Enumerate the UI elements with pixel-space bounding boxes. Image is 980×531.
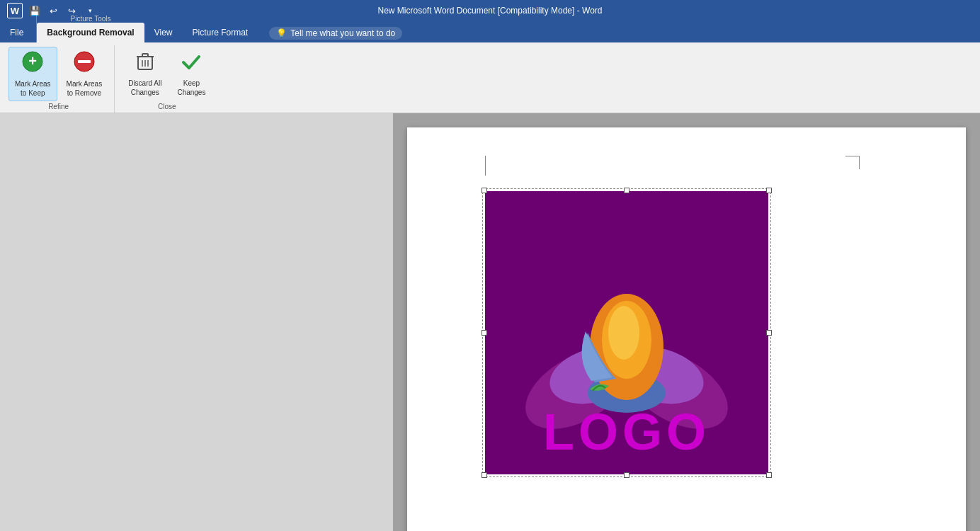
svg-rect-6: [142, 54, 148, 57]
svg-text:+: +: [28, 53, 37, 69]
image-container[interactable]: LOGO: [485, 191, 768, 474]
mark-keep-label: Mark Areas to Keep: [15, 79, 51, 98]
ribbon-group-close: Discard All Changes Keep Changes Close: [116, 45, 217, 113]
mark-remove-icon: [73, 50, 96, 79]
handle-bl[interactable]: [482, 472, 487, 478]
ribbon-group-close-content: Discard All Changes Keep Changes: [122, 45, 212, 103]
discard-icon: [135, 51, 155, 78]
tell-me-input[interactable]: 💡 Tell me what you want to do: [269, 27, 402, 40]
crop-indicator-tr: [845, 156, 860, 169]
picture-tools-label: Picture Tools: [37, 13, 144, 23]
document-area: LOGO: [393, 113, 980, 531]
discard-changes-label: Discard All Changes: [128, 79, 161, 97]
tab-picture-format[interactable]: Picture Format: [183, 23, 258, 42]
keep-changes-label: Keep Changes: [177, 79, 205, 97]
logo-image: LOGO: [485, 191, 768, 474]
svg-rect-3: [78, 60, 91, 63]
tab-view[interactable]: View: [144, 23, 183, 42]
lightbulb-icon: 💡: [276, 28, 287, 38]
svg-text:LOGO: LOGO: [543, 404, 710, 460]
handle-tm[interactable]: [624, 188, 629, 193]
tab-file[interactable]: File: [0, 23, 33, 42]
mark-remove-label: Mark Areas to Remove: [67, 79, 103, 98]
handle-br[interactable]: [766, 472, 772, 478]
handle-ml[interactable]: [482, 330, 487, 336]
ribbon-group-refine: + Mark Areas to Keep Mark Areas to Remov…: [3, 45, 115, 113]
tab-background-removal[interactable]: Background Removal: [37, 23, 144, 42]
mark-areas-to-remove-button[interactable]: Mark Areas to Remove: [60, 47, 109, 102]
title-bar: W 💾 ↩ ↪ ▾ New Microsoft Word Document [C…: [0, 0, 980, 21]
svg-point-18: [608, 306, 639, 360]
main-area: LOGO: [0, 113, 980, 531]
document-title: New Microsoft Word Document [Compatibili…: [378, 6, 603, 16]
handle-mr[interactable]: [766, 330, 772, 336]
ribbon-group-refine-content: + Mark Areas to Keep Mark Areas to Remov…: [8, 45, 108, 103]
mark-keep-icon: +: [21, 50, 44, 79]
keep-changes-button[interactable]: Keep Changes: [171, 47, 212, 101]
mark-areas-to-keep-button[interactable]: + Mark Areas to Keep: [8, 47, 57, 102]
discard-all-changes-button[interactable]: Discard All Changes: [122, 47, 168, 101]
close-group-label: Close: [122, 103, 212, 113]
word-logo-icon: W: [7, 3, 23, 18]
ribbon: + Mark Areas to Keep Mark Areas to Remov…: [0, 42, 980, 113]
keep-changes-icon: [181, 51, 202, 78]
crop-indicator-tl: [485, 156, 486, 176]
handle-tr[interactable]: [766, 188, 772, 193]
handle-tl[interactable]: [482, 188, 487, 193]
gray-sidebar: [0, 113, 393, 531]
refine-group-label: Refine: [8, 103, 108, 113]
document-page: LOGO: [407, 127, 966, 531]
handle-bm[interactable]: [624, 472, 629, 478]
